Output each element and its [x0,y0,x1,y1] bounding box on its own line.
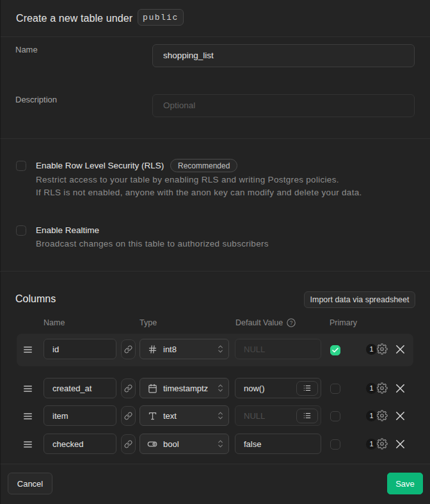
svg-text:?: ? [290,320,293,326]
